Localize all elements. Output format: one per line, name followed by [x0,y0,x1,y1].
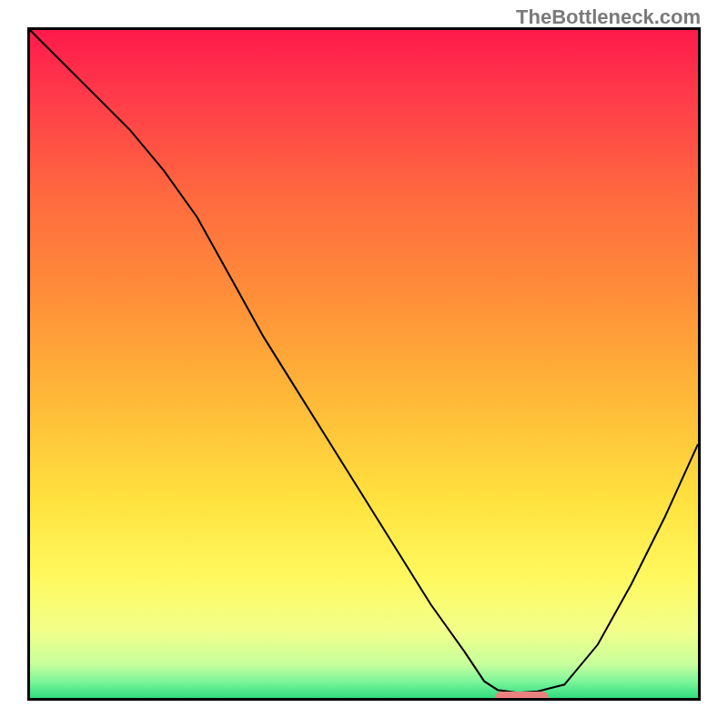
bottleneck-chart: TheBottleneck.com [0,0,728,728]
plot-area [27,27,701,701]
watermark-text: TheBottleneck.com [516,5,701,29]
minimum-marker [495,692,549,701]
gradient-background [30,30,698,698]
svg-rect-0 [30,30,698,698]
